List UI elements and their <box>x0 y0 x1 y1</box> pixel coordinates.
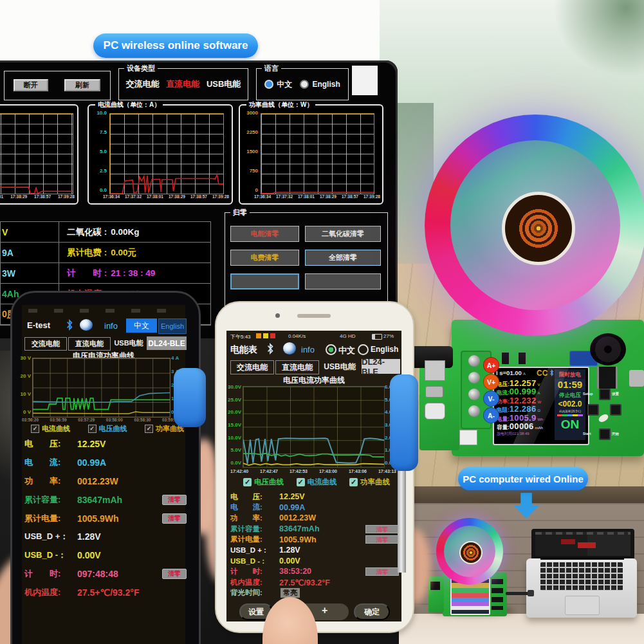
tab-ac-energy[interactable]: 交流电能 <box>126 78 160 90</box>
phone-right-legend: 电压曲线 电流曲线 功率曲线 <box>243 477 390 487</box>
globe-icon[interactable] <box>283 342 296 354</box>
tick-label: 17:42:47 <box>260 469 278 474</box>
info-link[interactable]: info <box>301 345 315 354</box>
lcd-unit: A <box>537 391 540 395</box>
legend-voltage[interactable]: 电压曲线 <box>243 477 284 487</box>
tick-label: 17:42:53 <box>290 469 308 474</box>
globe-icon[interactable] <box>80 319 93 331</box>
phone-right-value-rows: 电 压:12.25V电 流:00.99A功 率:0012.23W累计容量:836… <box>230 492 399 598</box>
tick-label: 20.0V <box>225 410 241 415</box>
tab-device-dl24[interactable]: DL24-BLE <box>362 359 400 374</box>
disconnect-button[interactable]: 断开 <box>14 79 48 91</box>
lang-en-button[interactable]: English <box>158 318 187 334</box>
tick-label: 17:38:57 <box>34 195 51 199</box>
reset-cost-button[interactable]: 电费清零 <box>230 250 299 266</box>
laptop-screen-chart-red2 <box>578 542 596 548</box>
tab-usb-energy[interactable]: USB电能 <box>207 78 241 90</box>
checkbox-icon[interactable] <box>297 478 305 486</box>
radio-zh[interactable] <box>326 344 336 355</box>
confirm-button[interactable]: 确定 <box>354 603 390 620</box>
clear-button[interactable]: 清零 <box>162 495 187 505</box>
reset-blank-button-1[interactable] <box>230 273 299 290</box>
tab-dc-energy[interactable]: 直流电能 <box>166 78 199 90</box>
data-row: 功 率:0012.23W <box>230 513 399 524</box>
fan-hub <box>502 192 575 265</box>
radio-chinese-label[interactable]: 中文 <box>277 79 292 90</box>
legend-power[interactable]: 功率曲线 <box>349 477 390 487</box>
tab-usb[interactable]: USB电能 <box>320 360 359 373</box>
lcd-mode-cc: CC <box>537 369 547 378</box>
plus-button[interactable] <box>610 404 621 416</box>
tick-label: 2250 <box>243 130 258 135</box>
legend-voltage[interactable]: 电压曲线 <box>88 424 127 434</box>
setup-button[interactable] <box>599 389 611 400</box>
row-label: 电 压: <box>24 438 77 450</box>
clear-button[interactable]: 清零 <box>365 567 399 576</box>
clear-button[interactable]: 清零 <box>365 525 399 533</box>
checkbox-icon[interactable] <box>243 478 252 486</box>
reset-all-button[interactable]: 全部清零 <box>305 250 381 266</box>
reset-energy-button[interactable]: 电能清零 <box>230 226 299 242</box>
tick-label: 17:43:06 <box>349 469 367 474</box>
radio-en-label[interactable]: English <box>371 345 398 354</box>
plus-button[interactable]: + <box>322 605 327 616</box>
bluetooth-icon[interactable] <box>266 343 274 354</box>
reset-co2-button[interactable]: 二氧化碳清零 <box>305 226 381 242</box>
row-label: 计 时: <box>24 568 77 580</box>
tab-dc[interactable]: 直流电能 <box>68 337 111 351</box>
app-icon-1 <box>256 333 261 338</box>
legend-current[interactable]: 电流曲线 <box>297 477 337 487</box>
tab-device-dl24[interactable]: DL24-BLE <box>147 336 187 350</box>
lcd-set-current: I s=01.00 <box>496 369 522 376</box>
tab-dc[interactable]: 直流电能 <box>275 360 319 374</box>
tab-ac[interactable]: 交流电能 <box>230 360 274 374</box>
tick-label: 17:36:34 <box>103 195 120 199</box>
radio-chinese[interactable] <box>264 80 273 89</box>
checkbox-icon[interactable] <box>31 425 39 433</box>
tick-label: 30.0V <box>225 385 241 390</box>
tab-usb[interactable]: USB电能 <box>112 337 145 349</box>
clear-button[interactable]: 清零 <box>162 569 187 579</box>
radio-english-label[interactable]: English <box>312 80 340 89</box>
start-button[interactable] <box>599 428 611 440</box>
data-row: 计 时:38:53:20清零 <box>230 566 399 577</box>
x-axis-ticks: 03:56:2003:56:5903:57:2903:58:0003:58:30… <box>22 418 179 423</box>
tab-ac[interactable]: 交流电能 <box>24 337 67 351</box>
x-axis-ticks: 17:42:4017:42:4717:42:5317:43:0017:43:06… <box>230 469 396 474</box>
tick-label: 4 A <box>171 356 184 361</box>
setup-label-en: Setup <box>583 392 593 396</box>
tick-label: 03:58:00 <box>106 418 123 423</box>
table-cell: 二氧化碳 :0.00Kg <box>59 222 210 242</box>
terminal-v-plus: V+ <box>483 374 499 390</box>
radio-en[interactable] <box>358 344 369 355</box>
checkbox-icon[interactable] <box>145 425 153 433</box>
tick-label: 17:37:32 <box>276 195 293 199</box>
info-link[interactable]: info <box>104 321 118 331</box>
clear-button[interactable]: 清零 <box>365 535 399 544</box>
power-line <box>33 412 170 414</box>
lang-zh-button[interactable]: 中文 <box>126 318 157 333</box>
resistor <box>502 353 509 364</box>
checkbox-icon[interactable] <box>349 478 358 486</box>
checkbox-icon[interactable] <box>88 425 97 433</box>
tick-label: 7.5 <box>91 130 107 135</box>
reset-blank-button-2[interactable] <box>305 273 381 290</box>
data-row: 电 流:00.99A <box>24 454 187 472</box>
small-device-buttons <box>492 579 503 610</box>
minus-button[interactable] <box>587 404 599 416</box>
row-value: 27.5℃/93.2°F <box>279 578 330 587</box>
status-time: 下午5:43 <box>230 333 251 340</box>
legend-current[interactable]: 电流曲线 <box>31 424 70 434</box>
bluetooth-icon[interactable] <box>66 319 73 331</box>
radio-zh-label[interactable]: 中文 <box>338 345 355 356</box>
data-row: 电 压:12.25V <box>230 492 399 502</box>
start-label-cn: 开始 <box>612 432 619 436</box>
tick-label: 17:38:29 <box>320 195 336 199</box>
radio-english[interactable] <box>300 80 309 89</box>
clear-button[interactable]: 清零 <box>162 513 187 524</box>
tick-label: 30 V <box>18 356 31 361</box>
cut-value: V <box>1 227 59 237</box>
refresh-button[interactable]: 刷新 <box>64 79 100 91</box>
plant-blur <box>553 0 644 77</box>
lcd-unit: V <box>537 383 540 387</box>
